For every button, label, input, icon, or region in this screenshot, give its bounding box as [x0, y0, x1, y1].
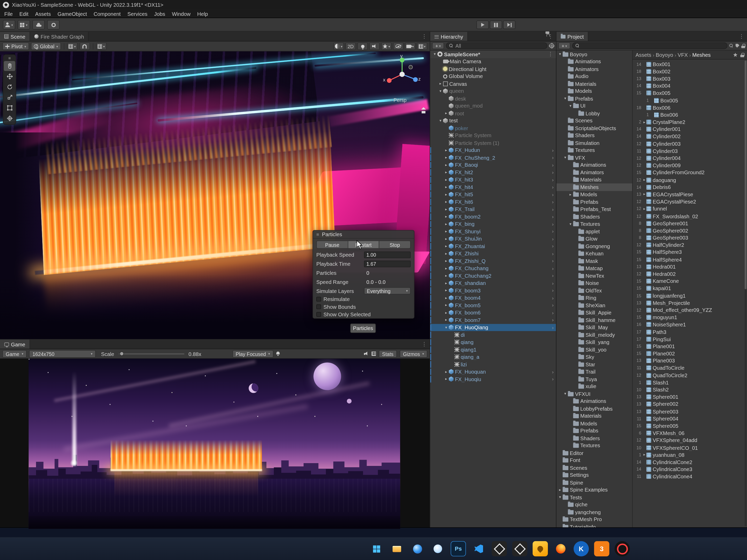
project-folder-prefabs[interactable]: ▾Prefabs: [557, 95, 632, 102]
project-folder-mask[interactable]: Mask: [557, 257, 632, 264]
project-folder-models[interactable]: ▸Models: [557, 191, 632, 198]
asset-cylinder004[interactable]: 12Cylinder004: [633, 154, 747, 162]
asset-yuanhuan-08[interactable]: 1▸yuanhuan_08: [633, 451, 747, 458]
snap-increment-dropdown[interactable]: ▾: [96, 43, 107, 50]
start-button-icon[interactable]: [369, 541, 384, 556]
menu-jobs[interactable]: Jobs: [151, 9, 169, 18]
chat-app-icon[interactable]: [430, 541, 445, 556]
tab-project[interactable]: Project: [557, 32, 589, 41]
asset-mod-effect-other09-yzz[interactable]: 12Mod_effect_other09_YZZ: [633, 306, 747, 314]
show-bounds-checkbox[interactable]: Show Bounds: [313, 303, 414, 311]
services-button[interactable]: [47, 20, 60, 30]
firefox-browser-icon[interactable]: [553, 541, 568, 556]
hierarchy-item-fx-trail[interactable]: ▸FX_Trail›: [430, 206, 556, 213]
project-folder-kehuan[interactable]: Kehuan: [557, 250, 632, 257]
asset-cylindricalcone2[interactable]: 14CylindricalCone2: [633, 458, 747, 466]
unity-editor-b-icon[interactable]: [512, 541, 527, 556]
prefab-open-arrow[interactable]: ›: [550, 222, 555, 227]
hierarchy-item-fx-boom2[interactable]: ▸FX_boom2›: [430, 213, 556, 220]
hierarchy-item-fx-shunyi[interactable]: ▸FX_Shunyi›: [430, 228, 556, 235]
project-folder-matcap[interactable]: Matcap: [557, 265, 632, 272]
hierarchy-item-samplescene[interactable]: ▾SampleScene*⋮: [430, 51, 556, 58]
project-folder-simulation[interactable]: Simulation: [557, 139, 632, 147]
prefab-open-arrow[interactable]: ›: [550, 192, 555, 197]
hierarchy-item-fx-hit3[interactable]: ▸FX_hit3›: [430, 176, 556, 183]
asset-box002[interactable]: 18Box002: [633, 68, 747, 75]
project-folder-ring[interactable]: Ring: [557, 294, 632, 302]
prefab-open-arrow[interactable]: ›: [550, 162, 555, 168]
restart-button[interactable]: Restart: [348, 240, 379, 249]
tool-strip-grip[interactable]: ≡: [8, 56, 11, 60]
play-focused-dropdown[interactable]: Play Focused▾: [232, 350, 273, 358]
stats-button[interactable]: Stats: [379, 350, 397, 358]
breadcrumb-lock-icon[interactable]: [740, 53, 744, 57]
expand-arrow[interactable]: ▸: [444, 207, 449, 211]
expand-arrow[interactable]: ▸: [444, 111, 449, 116]
expand-arrow[interactable]: ▸: [444, 266, 449, 271]
hierarchy-item-particle-system-1[interactable]: Particle System (1): [430, 139, 556, 147]
asset-box006[interactable]: 18Box006: [633, 104, 747, 111]
hierarchy-item-canvas[interactable]: ▸Canvas: [430, 80, 556, 87]
expand-arrow[interactable]: ▸: [444, 170, 449, 175]
expand-arrow[interactable]: ▸: [444, 193, 449, 197]
hierarchy-item-fx-chuchang2[interactable]: ▸FX_Chuchang2›: [430, 272, 556, 279]
project-folder-animations[interactable]: Animations: [557, 398, 632, 405]
project-folder-vfx[interactable]: ▾VFX: [557, 154, 632, 161]
checkbox-icon[interactable]: [316, 297, 321, 302]
project-folder-scenes[interactable]: Scenes: [557, 464, 632, 471]
project-folder-models[interactable]: Models: [557, 87, 632, 95]
menu-help[interactable]: Help: [194, 9, 211, 18]
project-folder-prefabs-test[interactable]: Prefabs_Test: [557, 206, 632, 213]
asset-sphere002[interactable]: 13Sphere002: [633, 401, 747, 408]
prefab-open-arrow[interactable]: ›: [550, 317, 555, 323]
expand-arrow[interactable]: ▸: [444, 229, 449, 234]
expand-arrow[interactable]: ▾: [563, 97, 568, 101]
rotate-tool-button[interactable]: [4, 82, 15, 92]
project-folder-textmesh-pro[interactable]: TextMesh Pro: [557, 516, 632, 523]
browser-app-icon[interactable]: [410, 541, 425, 556]
hierarchy-item-fx-hudun[interactable]: ▸FX_Hudun›: [430, 147, 556, 154]
asset-pingsui[interactable]: 17PingSui: [633, 335, 747, 343]
prefab-open-arrow[interactable]: ›: [550, 229, 555, 234]
scene-viewport[interactable]: ≡: [0, 51, 430, 339]
asset-halfsphere3[interactable]: 15HalfSphere3: [633, 249, 747, 256]
hierarchy-item-qiang1[interactable]: qiang1: [430, 346, 556, 353]
hierarchy-item-fx-boom6[interactable]: ▸FX_boom6›: [430, 309, 556, 316]
axis-z-label[interactable]: z: [418, 76, 420, 81]
asset-quadtocircle[interactable]: 11QuadToCircle: [633, 364, 747, 372]
prefab-open-arrow[interactable]: ›: [550, 207, 555, 212]
project-folder-textures[interactable]: ▾Textures: [557, 220, 632, 228]
project-folder-yangcheng[interactable]: yangcheng: [557, 508, 632, 516]
expand-arrow[interactable]: ▸: [444, 252, 449, 256]
project-folder-ui[interactable]: ▾UI: [557, 102, 632, 109]
project-folder-gongneng[interactable]: Gongneng: [557, 243, 632, 250]
project-folder-lobby[interactable]: Lobby: [557, 110, 632, 117]
hierarchy-item-lizi[interactable]: lizi: [430, 361, 556, 368]
scale-slider-knob[interactable]: [120, 351, 124, 356]
expand-arrow[interactable]: ▸: [444, 148, 449, 152]
move-tool-button[interactable]: [4, 72, 15, 82]
stop-button[interactable]: Stop: [379, 240, 411, 249]
project-folder-boyoyo[interactable]: ▾Boyoyo: [557, 51, 632, 58]
axis-y-label[interactable]: y: [400, 53, 403, 58]
asset-box001[interactable]: 14Box001: [633, 60, 747, 68]
asset-egacrystalpiese[interactable]: 13▸EGACrystalPiese: [633, 191, 747, 198]
hierarchy-item-fx-huoqiu[interactable]: ▸FX_Huoqiu›: [430, 375, 556, 383]
hierarchy-item-fx-hit5[interactable]: ▸FX_hit5›: [430, 191, 556, 198]
asset-moguyun1[interactable]: 15moguyun1: [633, 314, 747, 321]
hierarchy-item-fx-huoqiang[interactable]: ▾FX_HuoQiang›: [430, 324, 556, 331]
hierarchy-add-button[interactable]: +▾: [432, 43, 444, 49]
hierarchy-item-qiang[interactable]: qiang: [430, 338, 556, 346]
project-search-input[interactable]: [572, 43, 727, 49]
expand-arrow[interactable]: ▾: [568, 222, 573, 226]
asset-vfxsphereico-01[interactable]: 10VFXSphereICO_01: [633, 444, 747, 451]
asset-geosphere002[interactable]: 8GeoSphere002: [633, 227, 747, 234]
asset-cylinder003[interactable]: 12Cylinder003: [633, 140, 747, 147]
grid-visibility-button[interactable]: ▾: [67, 43, 78, 50]
project-folder-skill-melody[interactable]: Skill_melody: [557, 331, 632, 338]
asset-box006[interactable]: 1Box006: [633, 111, 747, 119]
asset-box005[interactable]: 1Box005: [633, 97, 747, 104]
project-folder-skill-yang[interactable]: Skill_yang: [557, 338, 632, 346]
display-dropdown[interactable]: Game▾: [2, 350, 27, 358]
asset-halfsphere4[interactable]: 15HalfSphere4: [633, 256, 747, 263]
